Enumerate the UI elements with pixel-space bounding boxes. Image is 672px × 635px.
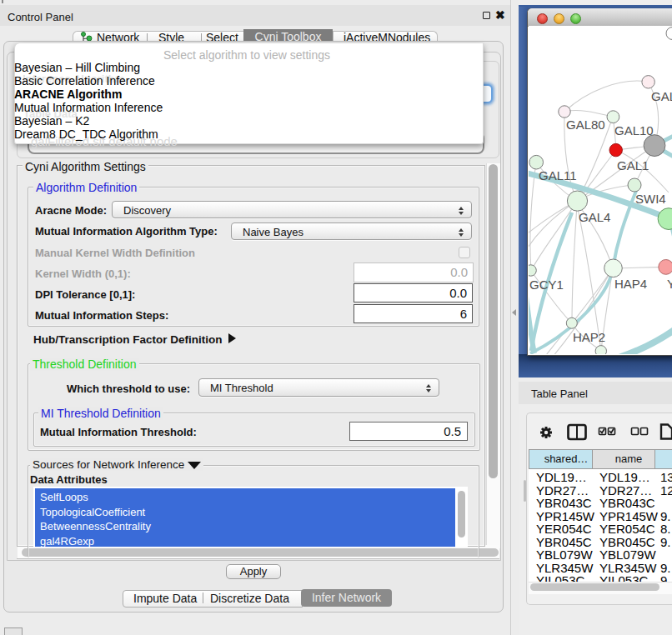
svg-text:GAL7: GAL7: [651, 89, 672, 103]
svg-text:GAL4: GAL4: [579, 210, 610, 224]
svg-text:GAL11: GAL11: [539, 168, 577, 182]
svg-text:GAL80: GAL80: [566, 118, 605, 132]
svg-text:GCY1: GCY1: [529, 278, 564, 292]
svg-text:GAL1: GAL1: [617, 158, 649, 172]
svg-text:HAP4: HAP4: [614, 277, 647, 291]
svg-text:GAL10: GAL10: [614, 123, 654, 138]
svg-text:SWI4: SWI4: [635, 192, 666, 206]
svg-text:HAP2: HAP2: [573, 330, 605, 344]
svg-text:Y: Y: [667, 277, 672, 291]
